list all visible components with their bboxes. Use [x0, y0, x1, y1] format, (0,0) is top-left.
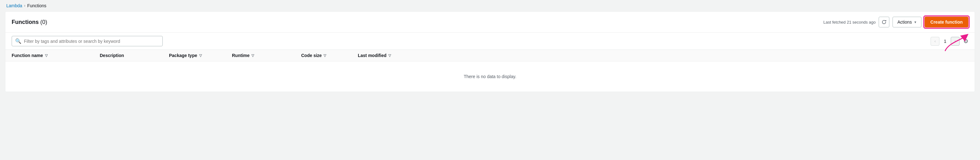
page-number: 1: [942, 39, 948, 44]
column-description: Description: [100, 53, 169, 58]
column-last-modified[interactable]: Last modified ▽: [358, 53, 968, 58]
breadcrumb-parent-link[interactable]: Lambda: [6, 3, 22, 8]
panel-title-group: Functions (0): [12, 19, 47, 26]
sort-icon-code-size: ▽: [323, 54, 326, 58]
last-fetched-label: Last fetched 21 seconds ago: [823, 20, 875, 24]
create-function-button[interactable]: Create function: [924, 17, 968, 27]
empty-state: There is no data to display.: [5, 61, 975, 92]
settings-icon[interactable]: ⚙: [963, 38, 968, 45]
sort-icon-function-name: ▽: [45, 54, 48, 58]
table-header: Function name ▽ Description Package type…: [5, 50, 975, 61]
panel-count: (0): [40, 19, 47, 25]
previous-page-button[interactable]: ‹: [931, 37, 939, 46]
sort-icon-runtime: ▽: [251, 54, 254, 58]
refresh-icon: [881, 19, 886, 24]
actions-label: Actions: [897, 19, 912, 24]
column-runtime[interactable]: Runtime ▽: [232, 53, 301, 58]
search-container[interactable]: 🔍: [12, 36, 163, 46]
sort-icon-last-modified: ▽: [388, 54, 391, 58]
chevron-right-icon: ›: [955, 39, 956, 43]
panel-title: Functions (0): [12, 19, 47, 25]
functions-panel: Functions (0) Last fetched 21 seconds ag…: [5, 11, 975, 92]
refresh-button[interactable]: [879, 17, 889, 27]
pagination-controls: ‹ 1 › ⚙: [931, 37, 968, 46]
create-function-wrapper: Create function: [924, 17, 968, 27]
next-page-button[interactable]: ›: [951, 37, 959, 46]
actions-button[interactable]: Actions ▼: [892, 17, 921, 27]
header-actions: Last fetched 21 seconds ago Actions ▼ Cr…: [823, 17, 968, 27]
breadcrumb-separator: ›: [24, 3, 25, 8]
panel-header: Functions (0) Last fetched 21 seconds ag…: [5, 12, 975, 33]
search-icon: 🔍: [15, 38, 21, 44]
sort-icon-package-type: ▽: [199, 54, 202, 58]
column-function-name[interactable]: Function name ▽: [12, 53, 100, 58]
search-input[interactable]: [24, 39, 159, 44]
panel-toolbar: 🔍 ‹ 1 › ⚙: [5, 33, 975, 50]
actions-dropdown-icon: ▼: [913, 21, 917, 24]
breadcrumb-current: Functions: [27, 3, 46, 8]
breadcrumb: Lambda › Functions: [0, 0, 980, 11]
column-package-type[interactable]: Package type ▽: [169, 53, 232, 58]
column-code-size[interactable]: Code size ▽: [301, 53, 358, 58]
chevron-left-icon: ‹: [934, 39, 935, 43]
empty-message: There is no data to display.: [464, 74, 516, 79]
